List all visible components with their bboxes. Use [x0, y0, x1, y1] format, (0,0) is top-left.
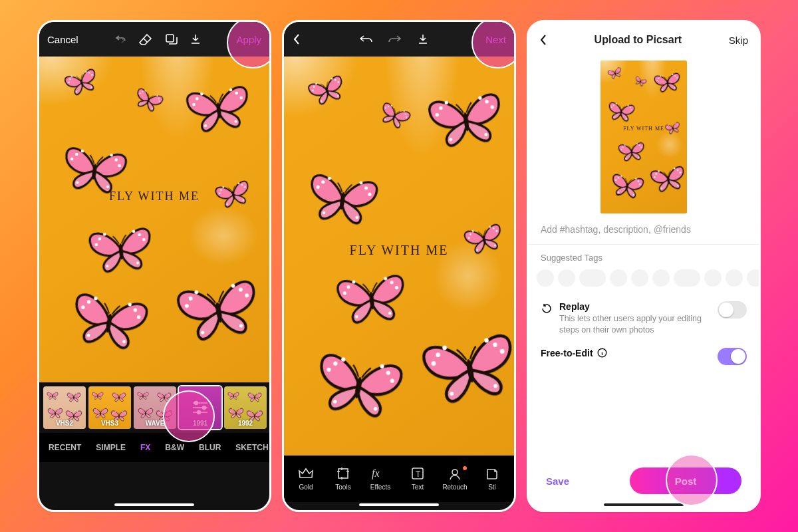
tool-gold[interactable]: Gold	[288, 467, 324, 491]
editor-canvas[interactable]: FLY WITH ME	[284, 57, 514, 456]
editor-effects-screen: Cancel Apply FLY WITH ME VHS2VHS3WAVE199…	[37, 20, 271, 512]
home-indicator	[604, 503, 684, 506]
page-title: Upload to Picsart	[595, 34, 682, 46]
layers-icon[interactable]	[164, 33, 178, 45]
upload-preview[interactable]: FLY WITH ME	[600, 61, 687, 213]
butterfly-icon	[129, 83, 168, 118]
tool-label: Tools	[335, 483, 350, 491]
svg-text:fx: fx	[372, 467, 380, 479]
butterfly-icon	[373, 97, 416, 136]
tag-chip[interactable]	[558, 269, 575, 287]
butterfly-icon	[167, 269, 269, 356]
cancel-button[interactable]: Cancel	[47, 34, 78, 45]
butterfly-icon	[303, 70, 352, 113]
category-recent[interactable]: RECENT	[49, 443, 81, 452]
category-b&w[interactable]: B&W	[165, 443, 184, 452]
upload-top-bar: Upload to Picsart Skip	[529, 22, 759, 58]
category-simple[interactable]: SIMPLE	[96, 443, 126, 452]
save-button[interactable]: Save	[546, 475, 569, 487]
tag-chip[interactable]	[674, 269, 700, 287]
butterfly-icon	[459, 218, 509, 261]
redo-icon[interactable]	[388, 34, 402, 45]
tool-text[interactable]: TText	[400, 467, 436, 491]
editor-canvas[interactable]: FLY WITH ME	[39, 57, 269, 382]
filter-thumb-vhs2[interactable]: VHS2	[43, 386, 86, 429]
filter-label: VHS3	[101, 420, 118, 427]
hashtag-input[interactable]: Add #hashtag, description, @friends	[529, 220, 759, 245]
tool-label: Effects	[370, 483, 390, 491]
filter-thumb-vhs3[interactable]: VHS3	[88, 386, 131, 429]
butterfly-icon	[410, 321, 514, 420]
butterfly-icon	[179, 77, 259, 143]
free-to-edit-toggle[interactable]	[718, 348, 747, 365]
category-sketch[interactable]: SKETCH	[235, 443, 268, 452]
artwork-caption: FLY WITH ME	[350, 243, 449, 258]
back-icon[interactable]	[539, 34, 547, 46]
butterfly-icon	[606, 169, 648, 203]
replay-toggle[interactable]	[718, 301, 747, 319]
filter-categories: RECENTSIMPLEFXB&WBLURSKETCHCO	[39, 433, 269, 462]
tag-chip[interactable]	[704, 269, 722, 287]
category-fx[interactable]: FX	[140, 443, 150, 452]
free-to-edit-title: Free-to-Edit	[541, 348, 593, 358]
butterfly-icon	[615, 139, 648, 166]
butterfly-icon	[663, 120, 683, 137]
butterfly-icon	[632, 74, 648, 89]
notification-dot	[463, 466, 467, 470]
replay-row: Replay This lets other users apply your …	[529, 296, 759, 342]
category-blur[interactable]: BLUR	[199, 443, 221, 452]
download-icon[interactable]	[417, 33, 429, 45]
filter-thumb-1991[interactable]: 1991	[179, 386, 221, 429]
tag-chip[interactable]	[537, 269, 554, 287]
tool-label: Sti	[488, 483, 496, 491]
tool-label: Retouch	[442, 483, 467, 491]
replay-icon	[541, 303, 553, 315]
back-icon[interactable]	[292, 33, 301, 46]
editor-top-bar: Next	[284, 22, 514, 57]
butterfly-icon	[210, 175, 256, 214]
filter-thumb-wave[interactable]: WAVE	[134, 386, 176, 429]
butterfly-icon	[303, 341, 414, 433]
tool-sticker[interactable]: Sti	[474, 467, 510, 491]
filter-label: 1992	[238, 420, 253, 427]
post-button[interactable]: Post	[630, 467, 741, 494]
butterfly-icon	[82, 219, 160, 283]
editor-main-screen: Next FLY WITH ME GoldToolsfxEffectsTText…	[282, 20, 516, 512]
undo-redo-icon[interactable]	[114, 34, 127, 45]
suggested-tags	[529, 267, 759, 296]
filter-thumb-1992[interactable]: 1992	[224, 386, 267, 429]
home-indicator	[114, 503, 194, 506]
butterfly-icon	[329, 265, 414, 335]
svg-rect-9	[166, 35, 174, 42]
butterfly-icon	[606, 65, 625, 82]
tag-chip[interactable]	[610, 269, 627, 287]
tag-chip[interactable]	[652, 269, 670, 287]
tag-chip[interactable]	[747, 269, 761, 287]
next-button[interactable]: Next	[485, 34, 506, 45]
skip-button[interactable]: Skip	[729, 35, 748, 46]
info-icon[interactable]	[597, 348, 607, 358]
editor-toolbar: GoldToolsfxEffectsTTextRetouchSti	[284, 456, 514, 502]
butterfly-icon	[646, 161, 687, 198]
artwork-caption: FLY WITH ME	[623, 126, 664, 132]
tool-tools[interactable]: Tools	[325, 467, 361, 491]
tool-label: Text	[412, 483, 424, 491]
undo-icon[interactable]	[358, 34, 373, 45]
download-icon[interactable]	[190, 33, 201, 45]
butterfly-icon	[299, 164, 386, 237]
tag-chip[interactable]	[579, 269, 606, 287]
butterfly-icon	[604, 98, 638, 126]
butterfly-icon	[651, 69, 684, 97]
svg-text:T: T	[416, 469, 421, 479]
apply-button[interactable]: Apply	[236, 34, 261, 45]
eraser-icon[interactable]	[139, 33, 152, 45]
tool-retouch[interactable]: Retouch	[437, 467, 473, 491]
svg-point-17	[452, 469, 458, 475]
svg-point-11	[203, 406, 206, 410]
tag-chip[interactable]	[726, 269, 743, 287]
tag-chip[interactable]	[631, 269, 648, 287]
tool-label: Gold	[299, 483, 313, 491]
replay-description: This lets other users apply your editing…	[559, 313, 711, 336]
tool-effects[interactable]: fxEffects	[362, 467, 398, 491]
suggested-tags-label: Suggested Tags	[529, 250, 759, 267]
